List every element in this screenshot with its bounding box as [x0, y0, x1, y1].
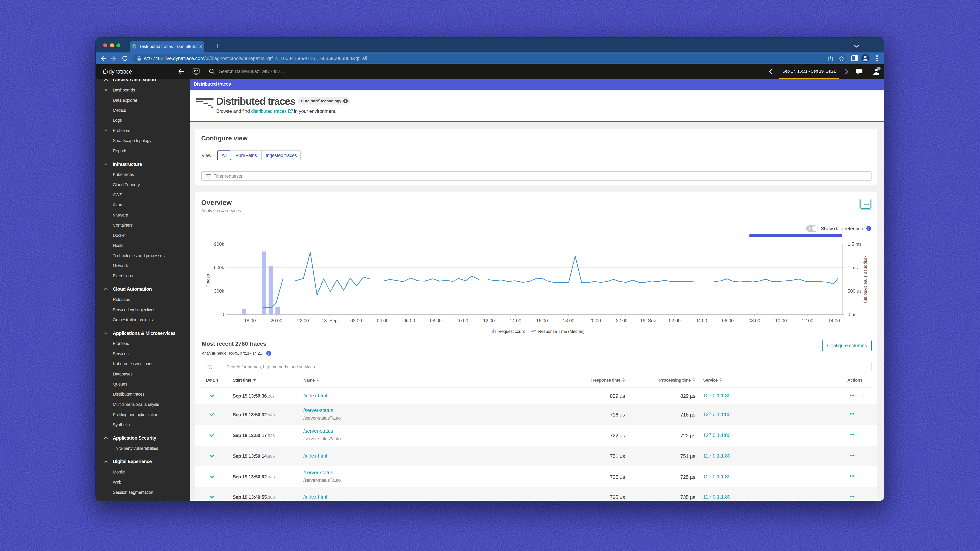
svg-text:18:00: 18:00: [244, 318, 256, 323]
svg-text:20:00: 20:00: [270, 318, 282, 323]
svg-text:02:00: 02:00: [350, 318, 362, 323]
svg-text:14:00: 14:00: [828, 318, 840, 323]
svg-text:10:00: 10:00: [457, 318, 468, 323]
svg-text:18. Sep: 18. Sep: [321, 318, 337, 323]
svg-text:1 ms: 1 ms: [848, 265, 858, 270]
svg-text:600k: 600k: [214, 265, 224, 270]
svg-text:1.5 ms: 1.5 ms: [848, 241, 862, 247]
svg-text:06:00: 06:00: [722, 318, 733, 323]
svg-text:18:00: 18:00: [563, 318, 574, 323]
svg-text:22:00: 22:00: [297, 318, 309, 323]
svg-text:19. Sep: 19. Sep: [640, 318, 656, 323]
svg-text:14:00: 14:00: [509, 318, 521, 323]
svg-text:0 µs: 0 µs: [848, 312, 856, 317]
svg-text:Response Time (Median): Response Time (Median): [864, 254, 869, 303]
svg-text:0: 0: [221, 312, 224, 317]
svg-text:900k: 900k: [214, 241, 224, 247]
svg-text:16:00: 16:00: [536, 318, 548, 323]
svg-text:12:00: 12:00: [802, 318, 813, 323]
svg-text:12:00: 12:00: [483, 318, 495, 323]
svg-text:500 µs: 500 µs: [848, 289, 862, 294]
svg-text:20:00: 20:00: [589, 318, 601, 323]
svg-text:300k: 300k: [214, 289, 224, 294]
svg-text:Traces: Traces: [205, 274, 210, 287]
svg-text:08:00: 08:00: [430, 318, 442, 323]
svg-text:08:00: 08:00: [749, 318, 760, 323]
svg-text:02:00: 02:00: [669, 318, 681, 323]
svg-text:22:00: 22:00: [616, 318, 627, 323]
svg-text:04:00: 04:00: [695, 318, 707, 323]
svg-text:04:00: 04:00: [377, 318, 388, 323]
svg-text:06:00: 06:00: [403, 318, 415, 323]
svg-text:10:00: 10:00: [775, 318, 787, 323]
